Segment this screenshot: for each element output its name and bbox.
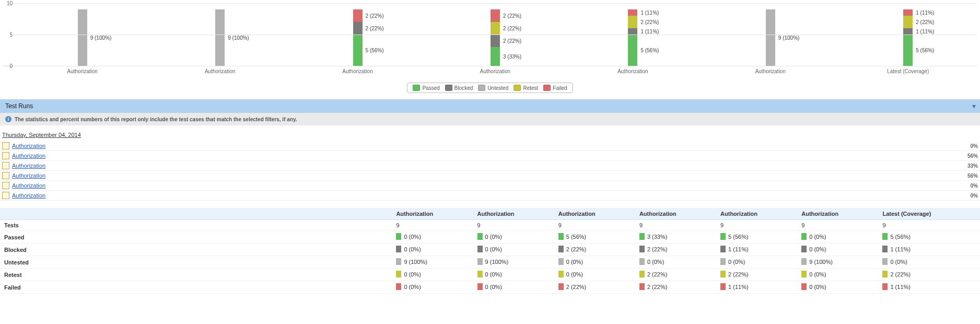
grid-line: [14, 66, 977, 66]
x-axis-label: Authorization: [289, 66, 426, 79]
status-swatch-untested: [882, 258, 888, 265]
stats-cell: 3 (33%): [635, 231, 716, 244]
stats-col-header: Authorization: [554, 208, 635, 220]
runs-list: Authorization0%Authorization56%Authoriza…: [0, 141, 980, 201]
stats-cell: 0 (0%): [392, 231, 473, 244]
stacked-bar: 9 (100%): [215, 9, 225, 66]
stats-cell: 2 (22%): [635, 281, 716, 294]
bar-segment-label: 2 (22%): [366, 13, 384, 19]
run-link[interactable]: Authorization: [12, 182, 45, 189]
test-run-icon: [2, 162, 9, 169]
status-swatch-untested: [396, 258, 401, 265]
bar-segment-blocked: 1 (11%): [903, 28, 913, 34]
status-swatch-blocked: [639, 246, 645, 252]
stats-cell: 9 (100%): [473, 256, 554, 269]
stats-value: 0 (0%): [566, 271, 583, 277]
stats-cell: 9: [554, 220, 635, 231]
stats-value: 0 (0%): [485, 271, 502, 277]
bar-segment-label: 2 (22%): [366, 26, 384, 31]
bar-segment-passed: 5 (56%): [628, 34, 637, 66]
stats-row: Tests9999999: [0, 220, 980, 231]
stats-value: 1 (11%): [890, 246, 911, 252]
x-axis-label: Authorization: [426, 66, 564, 79]
stats-row-label: Untested: [0, 256, 392, 269]
legend-item-passed: Passed: [413, 85, 439, 91]
stats-cell: 2 (22%): [554, 244, 635, 256]
stats-value: 5 (56%): [566, 234, 587, 240]
run-link[interactable]: Authorization: [12, 143, 45, 149]
bar-segment-passed: 5 (56%): [903, 34, 913, 66]
test-run-icon: [2, 142, 9, 149]
stats-value: 0 (0%): [485, 284, 502, 290]
legend-swatch-passed: [413, 85, 420, 91]
stats-col-header: Latest (Coverage): [878, 208, 980, 220]
run-link[interactable]: Authorization: [12, 163, 45, 169]
stats-cell: 0 (0%): [554, 256, 635, 269]
status-swatch-retest: [477, 271, 483, 277]
run-row: Authorization0%: [0, 191, 980, 201]
stacked-bar: 3 (33%)2 (22%)2 (22%)2 (22%): [491, 9, 500, 66]
status-swatch-failed: [882, 283, 888, 290]
status-swatch-untested: [639, 258, 645, 265]
stats-cell: 0 (0%): [797, 269, 878, 281]
legend-item-untested: Untested: [478, 85, 508, 91]
status-swatch-blocked: [396, 246, 401, 252]
run-link[interactable]: Authorization: [12, 192, 45, 199]
stats-col-header: Authorization: [392, 208, 473, 220]
stats-value: 5 (56%): [728, 234, 749, 240]
stats-value: 9 (100%): [404, 259, 427, 265]
bar-segment-retest: 2 (22%): [491, 22, 500, 34]
stats-value: 0 (0%): [809, 234, 826, 240]
status-swatch-failed: [639, 283, 645, 290]
bar-segment-label: 5 (56%): [640, 48, 659, 53]
stacked-bar: 9 (100%): [78, 9, 87, 66]
stats-cell: 0 (0%): [554, 269, 635, 281]
x-axis-label: Authorization: [702, 66, 839, 79]
stats-value: 3 (33%): [647, 234, 668, 240]
stats-cell: 0 (0%): [635, 256, 716, 269]
stats-row: Untested9 (100%)9 (100%)0 (0%)0 (0%)0 (0…: [0, 256, 980, 269]
stats-cell: 0 (0%): [473, 244, 554, 256]
stats-row-label: Passed: [0, 231, 392, 244]
status-swatch-blocked: [477, 246, 483, 252]
bar-segment-retest: 2 (22%): [628, 16, 637, 28]
stats-cell: 0 (0%): [392, 269, 473, 281]
status-swatch-failed: [720, 283, 726, 290]
stats-col-header: Authorization: [716, 208, 797, 220]
stats-value: 0 (0%): [404, 271, 421, 277]
stats-value: 0 (0%): [809, 271, 826, 277]
stats-col-header: Authorization: [797, 208, 878, 220]
legend-label: Retest: [523, 85, 538, 91]
stats-value: 2 (22%): [647, 284, 668, 290]
x-axis-label: Authorization: [151, 66, 288, 79]
bar-segment-label: 9 (100%): [778, 35, 800, 41]
status-swatch-passed: [477, 233, 483, 240]
status-swatch-retest: [720, 271, 726, 277]
x-axis-label: Authorization: [564, 66, 702, 79]
date-group-heading: Thursday, September 04, 2014: [0, 125, 980, 141]
run-row: Authorization56%: [0, 151, 980, 161]
status-swatch-passed: [882, 233, 888, 240]
run-link[interactable]: Authorization: [12, 153, 45, 159]
run-percent: 0%: [971, 193, 978, 199]
stats-row: Blocked0 (0%)0 (0%)2 (22%)2 (22%)1 (11%)…: [0, 244, 980, 256]
bar-segment-label: 1 (11%): [916, 29, 934, 34]
bar-segment-label: 3 (33%): [503, 54, 521, 60]
stats-value: 2 (22%): [647, 271, 668, 277]
status-swatch-retest: [639, 271, 645, 277]
stats-cell: 0 (0%): [392, 281, 473, 294]
bar-segment-label: 9 (100%): [90, 35, 112, 41]
legend-swatch-untested: [478, 85, 485, 91]
stats-cell: 5 (56%): [878, 231, 980, 244]
bar-segment-label: 2 (22%): [640, 19, 659, 25]
legend-swatch-retest: [514, 85, 521, 91]
stats-value: 0 (0%): [404, 284, 421, 290]
status-swatch-passed: [558, 233, 564, 240]
legend-item-failed: Failed: [543, 85, 567, 91]
collapse-section-icon[interactable]: ▾: [972, 102, 976, 110]
stats-cell: 9: [878, 220, 980, 231]
run-link[interactable]: Authorization: [12, 172, 45, 179]
stats-cell: 0 (0%): [797, 231, 878, 244]
stats-value: 0 (0%): [404, 246, 421, 252]
run-percent: 33%: [967, 163, 978, 169]
